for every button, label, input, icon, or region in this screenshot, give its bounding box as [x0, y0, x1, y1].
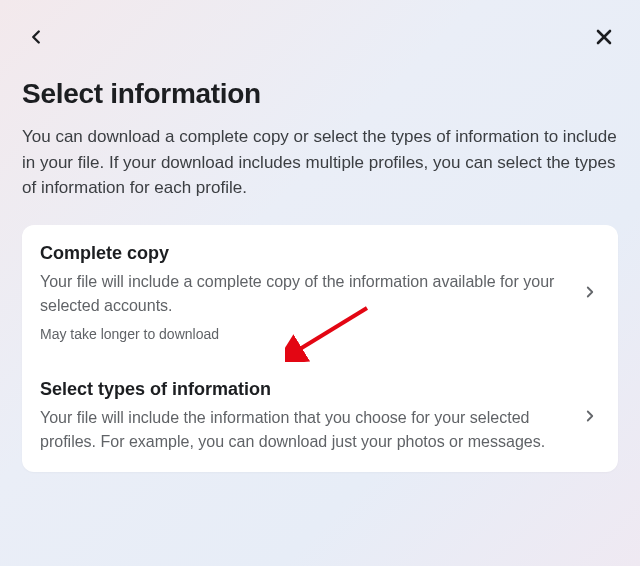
close-icon	[592, 25, 616, 52]
option-body: Select types of information Your file wi…	[40, 379, 578, 454]
option-desc: Your file will include the information t…	[40, 406, 566, 454]
option-title: Select types of information	[40, 379, 566, 400]
option-title: Complete copy	[40, 243, 566, 264]
page-title: Select information	[22, 78, 618, 110]
option-note: May take longer to download	[40, 326, 566, 342]
modal-content: Select information You can download a co…	[0, 56, 640, 472]
option-desc: Your file will include a complete copy o…	[40, 270, 566, 318]
option-select-types[interactable]: Select types of information Your file wi…	[22, 360, 618, 472]
chevron-right-icon	[578, 407, 602, 425]
option-body: Complete copy Your file will include a c…	[40, 243, 578, 342]
close-button[interactable]	[586, 20, 622, 56]
page-subtitle: You can download a complete copy or sele…	[22, 124, 618, 201]
chevron-right-icon	[578, 283, 602, 301]
back-button[interactable]	[18, 20, 54, 56]
option-complete-copy[interactable]: Complete copy Your file will include a c…	[22, 225, 618, 360]
options-card: Complete copy Your file will include a c…	[22, 225, 618, 472]
modal-topbar	[0, 0, 640, 56]
chevron-left-icon	[25, 26, 47, 51]
